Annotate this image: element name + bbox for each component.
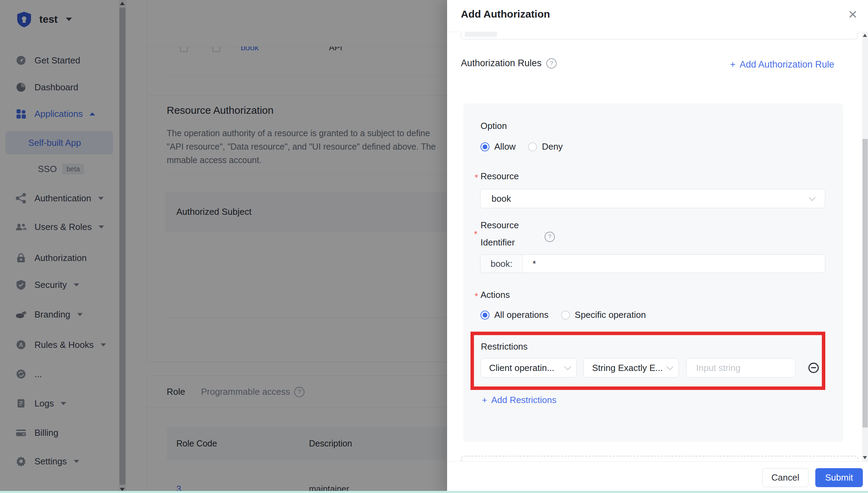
drawer-footer: Cancel Submit <box>447 461 868 493</box>
required-mark: * <box>475 172 478 183</box>
radio-all-operations[interactable]: All operations <box>480 310 549 320</box>
scroll-down-icon[interactable] <box>863 456 867 459</box>
restrictions-label: Restrictions <box>481 341 528 352</box>
drawer-title: Add Authorization <box>461 8 550 20</box>
help-icon[interactable]: ? <box>546 58 557 69</box>
resource-identifier-input[interactable]: book: * <box>480 254 825 273</box>
add-restrictions-button[interactable]: + Add Restrictions <box>482 395 557 405</box>
bottom-status-bar <box>0 491 868 493</box>
plus-icon: + <box>482 395 487 405</box>
chevron-down-icon <box>666 363 673 370</box>
cancel-button[interactable]: Cancel <box>762 468 808 487</box>
modal-overlay[interactable] <box>0 0 447 493</box>
subject-select-partial[interactable] <box>461 32 858 39</box>
radio-selected-icon <box>480 142 489 151</box>
restriction-operator-select[interactable]: String Exactly E... <box>583 358 679 378</box>
resource-select[interactable]: book <box>480 189 825 208</box>
identifier-prefix: book: <box>480 255 523 273</box>
radio-unselected-icon <box>561 311 570 320</box>
required-mark: * <box>475 291 478 302</box>
app-window: test Get Started Dashboard Applications … <box>0 0 868 493</box>
drawer-scrollbar-thumb[interactable] <box>862 139 868 427</box>
close-icon[interactable]: ✕ <box>848 8 858 21</box>
resource-identifier-label-line2: Identifier <box>480 237 515 248</box>
add-authorization-rule-button[interactable]: + Add Authorization Rule <box>730 59 834 70</box>
help-icon[interactable]: ? <box>545 232 555 242</box>
restriction-row: Client operatin... String Exactly E... I… <box>480 358 819 378</box>
restriction-field-select[interactable]: Client operatin... <box>480 358 577 378</box>
actions-label: Actions <box>480 290 510 300</box>
restrictions-annotation-box: Restrictions Client operatin... String E… <box>471 332 825 390</box>
authorization-rule-form: Option Allow Deny * Resource book Resour… <box>463 103 843 442</box>
radio-allow[interactable]: Allow <box>480 141 516 152</box>
radio-deny[interactable]: Deny <box>528 141 563 152</box>
radio-selected-icon <box>480 311 489 320</box>
plus-icon: + <box>730 59 736 70</box>
remove-restriction-icon[interactable] <box>808 363 819 373</box>
required-mark: * <box>474 229 477 240</box>
add-authorization-drawer: Add Authorization ✕ Authorization Rules … <box>447 0 868 493</box>
scroll-up-icon[interactable] <box>863 34 867 37</box>
input-placeholder: Input string <box>696 363 741 373</box>
authorization-rules-row: Authorization Rules ? <box>461 58 557 69</box>
submit-button[interactable]: Submit <box>815 468 863 487</box>
radio-specific-operation[interactable]: Specific operation <box>561 310 646 320</box>
identifier-value: * <box>523 255 825 273</box>
radio-unselected-icon <box>528 142 537 151</box>
resource-identifier-label-line1: Resource <box>480 220 519 231</box>
chevron-down-icon <box>564 363 571 370</box>
authorization-rules-label: Authorization Rules <box>461 58 541 69</box>
selected-tag-chip <box>465 32 497 37</box>
resource-label: Resource <box>480 171 519 182</box>
actions-radio-group: All operations Specific operation <box>480 310 646 320</box>
drawer-scrollbar[interactable] <box>862 32 868 461</box>
chevron-down-icon <box>809 194 816 201</box>
option-label: Option <box>480 121 507 131</box>
option-radio-group: Allow Deny <box>480 141 563 152</box>
restriction-value-input[interactable]: Input string <box>686 358 796 378</box>
